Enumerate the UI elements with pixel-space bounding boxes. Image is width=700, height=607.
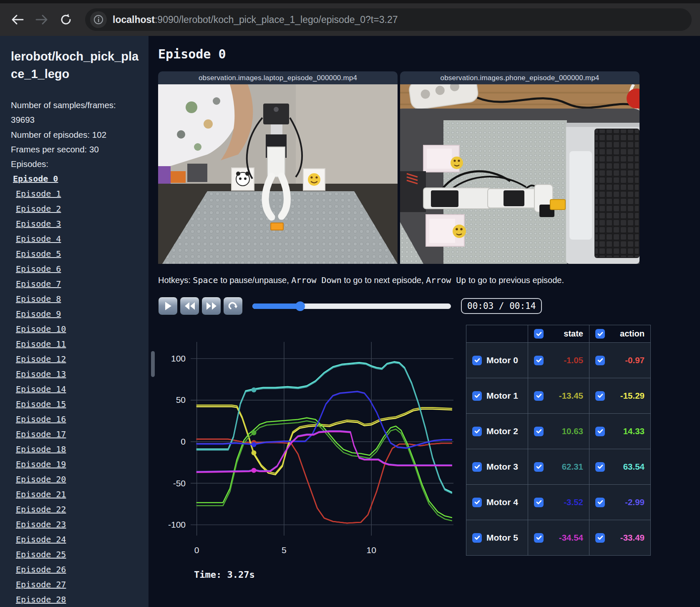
motor-action-checkbox[interactable] [595,498,605,507]
reload-button[interactable] [57,10,75,29]
page-title: Episode 0 [158,47,700,61]
motor-label: Motor 1 [486,391,518,401]
sidebar-episode-link[interactable]: Episode 0 [13,174,141,184]
motor-table-header: state action [466,325,651,343]
motor-chart[interactable]: 100500-50-1000510 [158,325,462,559]
sidebar-episode-link[interactable]: Episode 14 [16,384,141,394]
hotkey-arrow-up: Arrow Up [426,275,466,285]
chart-time-label: Time: 3.27s [194,569,462,580]
sidebar-episode-link[interactable]: Episode 27 [16,579,141,589]
url-text: localhost:9090/lerobot/koch_pick_place_1… [113,14,398,25]
motor-state-checkbox[interactable] [534,498,544,507]
sidebar-episode-link[interactable]: Episode 12 [16,354,141,364]
hotkey-space: Space [193,275,218,285]
phone-video-scene [400,84,640,264]
svg-text:0: 0 [181,437,186,446]
sidebar-episode-link[interactable]: Episode 10 [16,324,141,334]
sidebar-episode-link[interactable]: Episode 1 [16,189,141,199]
loop-icon [228,301,238,311]
main-content: Episode 0 observation.images.laptop_epis… [149,36,700,607]
forward-arrow-icon [35,14,48,25]
motor-row-checkbox[interactable] [472,427,482,436]
motor-state-cell: -13.45 [528,378,589,414]
play-button[interactable] [158,297,178,315]
motor-action-checkbox[interactable] [595,533,605,543]
sidebar-episode-link[interactable]: Episode 6 [16,264,141,274]
motor-row-checkbox[interactable] [472,462,482,472]
sidebar-episode-link[interactable]: Episode 7 [16,279,141,289]
sidebar-episode-link[interactable]: Episode 11 [16,339,141,349]
sidebar-episode-link[interactable]: Episode 23 [16,519,141,529]
rewind-button[interactable] [180,297,199,315]
header-empty-cell [466,325,528,343]
svg-text:-100: -100 [168,520,186,529]
sidebar-episode-link[interactable]: Episode 13 [16,369,141,379]
sidebar-episode-link[interactable]: Episode 9 [16,309,141,319]
motor-label: Motor 0 [486,355,518,365]
fast-forward-button[interactable] [201,297,221,315]
phone-video[interactable] [400,84,640,264]
time-display: 00:03 / 00:14 [461,298,542,314]
motor-action-cell: -33.49 [589,520,651,556]
sidebar-episode-link[interactable]: Episode 20 [16,474,141,484]
motor-action-cell: 14.33 [589,414,651,449]
motor-label-cell: Motor 2 [466,414,528,449]
sidebar-episode-link[interactable]: Episode 8 [16,294,141,304]
motor-chart-wrap: 100500-50-1000510 Time: 3.27s [158,325,462,580]
motor-row-checkbox[interactable] [472,498,482,507]
hotkeys-help: Hotkeys: Space to pause/unpause, Arrow D… [158,275,700,285]
motor-state-checkbox[interactable] [534,533,544,543]
action-column-checkbox[interactable] [595,329,605,339]
motor-row-checkbox[interactable] [472,391,482,401]
motor-action-value: -33.49 [620,533,645,543]
sidebar-episode-link[interactable]: Episode 21 [16,489,141,499]
laptop-video-scene [158,84,398,264]
state-column-checkbox[interactable] [534,329,544,339]
forward-button[interactable] [33,10,51,29]
loop-button[interactable] [223,297,243,315]
motor-row-checkbox[interactable] [472,356,482,365]
motor-action-checkbox[interactable] [595,356,605,365]
site-info-icon[interactable] [90,11,107,28]
motor-action-checkbox[interactable] [595,462,605,472]
back-button[interactable] [8,10,27,29]
motor-action-checkbox[interactable] [595,427,605,436]
sidebar-episode-link[interactable]: Episode 22 [16,504,141,514]
sidebar-episode-link[interactable]: Episode 2 [16,204,141,214]
motor-state-checkbox[interactable] [534,391,544,401]
motor-row-checkbox[interactable] [472,533,482,543]
sidebar-episode-link[interactable]: Episode 15 [16,399,141,409]
motor-label: Motor 5 [486,533,518,543]
motor-action-cell: 63.54 [589,449,651,485]
address-bar[interactable]: localhost:9090/lerobot/koch_pick_place_1… [85,8,692,31]
video-panel-phone: observation.images.phone_episode_000000.… [400,71,640,264]
motor-state-checkbox[interactable] [534,462,544,472]
motor-action-value: 63.54 [623,462,645,472]
motor-action-checkbox[interactable] [595,391,605,401]
sidebar-episode-link[interactable]: Episode 17 [16,429,141,439]
sidebar-episode-link[interactable]: Episode 5 [16,249,141,259]
scrollbar-thumb[interactable] [151,351,155,377]
sidebar-episode-link[interactable]: Episode 24 [16,534,141,544]
seek-slider[interactable] [252,304,451,309]
motor-label-cell: Motor 1 [466,378,528,414]
motor-label-cell: Motor 4 [466,485,528,520]
sidebar-episode-link[interactable]: Episode 28 [16,594,141,604]
motor-state-cell: -3.52 [528,485,589,520]
sidebar-episode-link[interactable]: Episode 3 [16,219,141,229]
sidebar-episode-link[interactable]: Episode 19 [16,459,141,469]
motor-state-checkbox[interactable] [534,427,544,436]
episodes-heading: Episodes: [11,157,141,171]
motor-state-cell: -1.05 [528,343,589,378]
sidebar-episode-link[interactable]: Episode 26 [16,564,141,574]
fast-forward-icon [206,302,217,310]
sidebar-episode-link[interactable]: Episode 16 [16,414,141,424]
sidebar-episode-link[interactable]: Episode 18 [16,444,141,454]
sidebar-episode-link[interactable]: Episode 4 [16,234,141,244]
seek-slider-thumb[interactable] [295,301,305,311]
motor-state-checkbox[interactable] [534,356,544,365]
sidebar-episode-link[interactable]: Episode 25 [16,549,141,559]
laptop-video[interactable] [158,84,398,264]
info-circle-icon [93,15,103,25]
back-arrow-icon [11,14,24,25]
